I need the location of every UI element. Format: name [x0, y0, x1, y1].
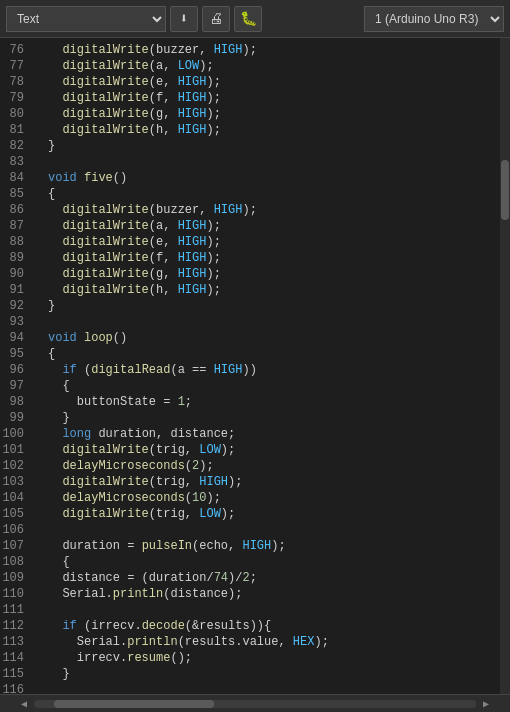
line-num: 114	[0, 650, 32, 666]
line-num: 83	[0, 154, 32, 170]
line-num: 93	[0, 314, 32, 330]
code-line: {	[48, 378, 500, 394]
code-line: }	[48, 138, 500, 154]
code-line: {	[48, 186, 500, 202]
line-num: 99	[0, 410, 32, 426]
code-line: digitalWrite(buzzer, HIGH);	[48, 202, 500, 218]
print-button[interactable]: 🖨	[202, 6, 230, 32]
code-line: digitalWrite(h, HIGH);	[48, 282, 500, 298]
upload-button[interactable]: ⬇	[170, 6, 198, 32]
line-num: 89	[0, 250, 32, 266]
code-line: {	[48, 346, 500, 362]
line-num: 104	[0, 490, 32, 506]
line-num: 102	[0, 458, 32, 474]
line-num: 96	[0, 362, 32, 378]
code-line: digitalWrite(f, HIGH);	[48, 90, 500, 106]
line-num: 103	[0, 474, 32, 490]
toolbar: Text Hex ⬇ 🖨 🐛 1 (Arduino Uno R3) 2 (Ard…	[0, 0, 510, 38]
code-line: digitalWrite(e, HIGH);	[48, 74, 500, 90]
code-line	[48, 682, 500, 694]
code-line: delayMicroseconds(2);	[48, 458, 500, 474]
code-line: Serial.println(results.value, HEX);	[48, 634, 500, 650]
line-num: 111	[0, 602, 32, 618]
code-line: digitalWrite(a, LOW);	[48, 58, 500, 74]
mode-select[interactable]: Text Hex	[6, 6, 166, 32]
code-content[interactable]: digitalWrite(buzzer, HIGH); digitalWrite…	[40, 38, 500, 694]
code-line: delayMicroseconds(10);	[48, 490, 500, 506]
line-num: 100	[0, 426, 32, 442]
code-line	[48, 314, 500, 330]
scrollbar-h-thumb[interactable]	[54, 700, 214, 708]
code-area: 7677787980818283848586878889909192939495…	[0, 38, 510, 694]
line-num: 76	[0, 42, 32, 58]
code-line	[48, 154, 500, 170]
line-num: 84	[0, 170, 32, 186]
board-select[interactable]: 1 (Arduino Uno R3) 2 (Arduino Mega) 3 (A…	[364, 6, 504, 32]
code-line: duration = pulseIn(echo, HIGH);	[48, 538, 500, 554]
code-line	[48, 602, 500, 618]
code-line: }	[48, 666, 500, 682]
code-line: digitalWrite(e, HIGH);	[48, 234, 500, 250]
code-line: void five()	[48, 170, 500, 186]
line-num: 108	[0, 554, 32, 570]
line-num: 109	[0, 570, 32, 586]
code-line: irrecv.resume();	[48, 650, 500, 666]
code-line: digitalWrite(g, HIGH);	[48, 106, 500, 122]
line-num: 85	[0, 186, 32, 202]
code-line: digitalWrite(trig, LOW);	[48, 506, 500, 522]
scroll-right-arrow[interactable]: ▶	[480, 698, 492, 710]
line-num: 91	[0, 282, 32, 298]
line-num: 113	[0, 634, 32, 650]
code-line: if (irrecv.decode(&results)){	[48, 618, 500, 634]
line-numbers: 7677787980818283848586878889909192939495…	[0, 38, 40, 694]
line-num: 92	[0, 298, 32, 314]
code-line: digitalWrite(trig, HIGH);	[48, 474, 500, 490]
line-num: 110	[0, 586, 32, 602]
code-line: digitalWrite(trig, LOW);	[48, 442, 500, 458]
code-line: digitalWrite(buzzer, HIGH);	[48, 42, 500, 58]
line-num: 105	[0, 506, 32, 522]
debug-button[interactable]: 🐛	[234, 6, 262, 32]
line-num: 112	[0, 618, 32, 634]
code-line: void loop()	[48, 330, 500, 346]
line-num: 95	[0, 346, 32, 362]
line-num: 79	[0, 90, 32, 106]
line-num: 87	[0, 218, 32, 234]
line-num: 82	[0, 138, 32, 154]
scrollbar-v-thumb[interactable]	[501, 160, 509, 220]
code-line: digitalWrite(f, HIGH);	[48, 250, 500, 266]
line-num: 78	[0, 74, 32, 90]
code-line: distance = (duration/74)/2;	[48, 570, 500, 586]
line-num: 88	[0, 234, 32, 250]
code-line: Serial.println(distance);	[48, 586, 500, 602]
code-line: }	[48, 298, 500, 314]
scroll-left-arrow[interactable]: ◀	[18, 698, 30, 710]
line-num: 81	[0, 122, 32, 138]
code-line: digitalWrite(g, HIGH);	[48, 266, 500, 282]
line-num: 115	[0, 666, 32, 682]
line-num: 101	[0, 442, 32, 458]
line-num: 77	[0, 58, 32, 74]
line-num: 90	[0, 266, 32, 282]
code-line: long duration, distance;	[48, 426, 500, 442]
line-num: 106	[0, 522, 32, 538]
code-line: digitalWrite(h, HIGH);	[48, 122, 500, 138]
line-num: 86	[0, 202, 32, 218]
line-num: 98	[0, 394, 32, 410]
line-num: 80	[0, 106, 32, 122]
scrollbar-horizontal[interactable]: ◀ ▶	[0, 694, 510, 712]
code-line: digitalWrite(a, HIGH);	[48, 218, 500, 234]
code-line: buttonState = 1;	[48, 394, 500, 410]
line-num: 97	[0, 378, 32, 394]
code-line: }	[48, 410, 500, 426]
line-num: 94	[0, 330, 32, 346]
scrollbar-vertical[interactable]	[500, 38, 510, 694]
line-num: 107	[0, 538, 32, 554]
line-num: 116	[0, 682, 32, 694]
scrollbar-h-track[interactable]	[34, 700, 476, 708]
code-line: {	[48, 554, 500, 570]
code-line: if (digitalRead(a == HIGH))	[48, 362, 500, 378]
code-line	[48, 522, 500, 538]
